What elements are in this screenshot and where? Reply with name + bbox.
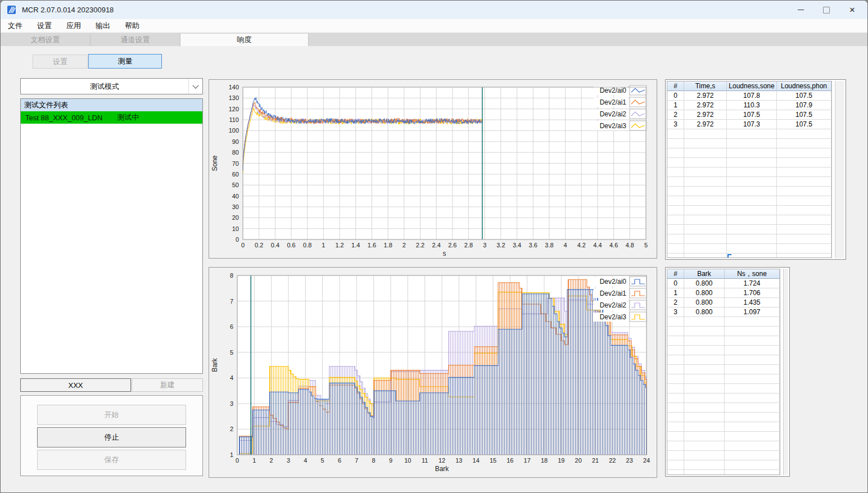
loudness-table-cell-r13c2[interactable]	[727, 215, 777, 225]
bark-table-cell-r12c2[interactable]	[725, 394, 780, 403]
loudness-table-cell-r2c0[interactable]: 2	[667, 110, 684, 120]
loudness-table-row[interactable]: 12.972110.3107.9	[667, 101, 831, 110]
loudness-table-cell-r4c3[interactable]	[777, 129, 831, 139]
loudness-table-cell-r4c1[interactable]	[684, 129, 727, 139]
bark-table-cell-r5c1[interactable]	[684, 327, 725, 336]
bark-table-cell-r8c0[interactable]	[667, 355, 684, 365]
loudness-table-cell-r3c3[interactable]: 107.5	[777, 120, 831, 129]
bark-table-cell-r20c2[interactable]	[725, 470, 780, 475]
loudness-table-cell-r11c0[interactable]	[667, 196, 684, 206]
tab-loudness[interactable]: 响度	[180, 34, 309, 46]
bark-table-cell-r4c0[interactable]	[667, 317, 684, 327]
bark-table-cell-r20c0[interactable]	[667, 470, 684, 475]
loudness-table-row[interactable]	[667, 234, 831, 244]
loudness-table-row[interactable]	[667, 206, 831, 215]
loudness-table-cell-r2c3[interactable]: 107.5	[777, 110, 831, 120]
bark-table-cell-r10c2[interactable]	[725, 374, 780, 384]
loudness-table-cell-r1c2[interactable]: 110.3	[727, 101, 777, 110]
loudness-table-cell-r8c1[interactable]	[684, 168, 727, 177]
bark-table-cell-r0c0[interactable]: 0	[667, 279, 684, 288]
loudness-table-cell-r3c1[interactable]: 2.972	[684, 120, 727, 129]
loudness-table-row[interactable]	[667, 168, 831, 177]
loudness-table-cell-r15c1[interactable]	[684, 234, 727, 244]
bark-table-cell-r13c2[interactable]	[725, 403, 780, 413]
loudness-table-cell-r13c3[interactable]	[777, 215, 831, 225]
file-list-item[interactable]: Test 88_XXX_009_LDN测试中	[21, 111, 202, 124]
loudness-table-row[interactable]	[667, 225, 831, 234]
bark-table-cell-r2c1[interactable]: 0.800	[684, 298, 725, 307]
loudness-table-row[interactable]	[667, 254, 831, 258]
loudness-table-cell-r6c0[interactable]	[667, 148, 684, 158]
loudness-table-cell-r12c2[interactable]	[727, 206, 777, 215]
bark-table-row[interactable]	[667, 317, 780, 327]
loudness-table-cell-r12c3[interactable]	[777, 206, 831, 215]
loudness-table-cell-r15c0[interactable]	[667, 234, 684, 244]
bark-table-row[interactable]	[667, 460, 780, 470]
bark-table-cell-r2c0[interactable]: 2	[667, 298, 684, 307]
stop-button[interactable]: 停止	[37, 427, 186, 447]
bark-table-row[interactable]	[667, 422, 780, 432]
loudness-table-row[interactable]	[667, 148, 831, 158]
bark-table-row[interactable]: 10.8001.706	[667, 288, 780, 298]
loudness-table-cell-r16c0[interactable]	[667, 244, 684, 254]
bark-table-cell-r1c2[interactable]: 1.706	[725, 288, 780, 298]
loudness-table-cell-r13c0[interactable]	[667, 215, 684, 225]
loudness-table-cell-r12c0[interactable]	[667, 206, 684, 215]
loudness-table-cell-r9c0[interactable]	[667, 177, 684, 187]
bark-table-cell-r9c1[interactable]	[684, 365, 725, 374]
loudness-table-cell-r15c2[interactable]	[727, 234, 777, 244]
loudness-table-row[interactable]: 32.972107.3107.5	[667, 120, 831, 129]
bark-table-cell-r7c0[interactable]	[667, 346, 684, 355]
bark-table-row[interactable]	[667, 336, 780, 346]
bark-table-row[interactable]	[667, 355, 780, 365]
bark-table-cell-r6c1[interactable]	[684, 336, 725, 346]
bark-table-row[interactable]	[667, 346, 780, 355]
loudness-table-row[interactable]	[667, 139, 831, 148]
loudness-table-cell-r4c2[interactable]	[727, 129, 777, 139]
bark-table-cell-r15c2[interactable]	[725, 422, 780, 432]
bark-table-cell-r0c2[interactable]: 1.724	[725, 279, 780, 288]
loudness-table-cell-r10c2[interactable]	[727, 187, 777, 196]
loudness-table-row[interactable]	[667, 129, 831, 139]
loudness-table-cell-r5c0[interactable]	[667, 139, 684, 148]
loudness-table-cell-r16c3[interactable]	[777, 244, 831, 254]
maximize-button[interactable]	[813, 1, 839, 19]
bark-table-cell-r17c1[interactable]	[684, 441, 725, 451]
bark-table-cell-r5c0[interactable]	[667, 327, 684, 336]
loudness-table-cell-r5c2[interactable]	[727, 139, 777, 148]
minimize-button[interactable]	[788, 1, 813, 19]
bark-table-cell-r3c2[interactable]: 1.097	[725, 307, 780, 317]
loudness-table-cell-r6c1[interactable]	[684, 148, 727, 158]
loudness-table-cell-r1c3[interactable]: 107.9	[777, 101, 831, 110]
loudness-table-cell-r0c2[interactable]: 107.8	[727, 91, 777, 101]
view-measure-button[interactable]: 测量	[88, 54, 162, 69]
bark-table-cell-r13c1[interactable]	[684, 403, 725, 413]
bark-table-cell-r5c2[interactable]	[725, 327, 780, 336]
bark-table-cell-r1c0[interactable]: 1	[667, 288, 684, 298]
bark-table-row[interactable]	[667, 384, 780, 394]
bark-table-cell-r3c0[interactable]: 3	[667, 307, 684, 317]
tab-channel-settings[interactable]: 通道设置	[91, 34, 180, 46]
loudness-table-cell-r0c3[interactable]: 107.5	[777, 91, 831, 101]
bark-table-cell-r6c0[interactable]	[667, 336, 684, 346]
loudness-table-cell-r14c0[interactable]	[667, 225, 684, 234]
loudness-table-cell-r12c1[interactable]	[684, 206, 727, 215]
loudness-table-cell-r9c1[interactable]	[684, 177, 727, 187]
menu-settings[interactable]: 设置	[30, 19, 59, 32]
bark-table-cell-r14c0[interactable]	[667, 413, 684, 422]
bark-table-cell-r9c2[interactable]	[725, 365, 780, 374]
loudness-table-cell-r11c2[interactable]	[727, 196, 777, 206]
dropdown-button[interactable]	[188, 79, 202, 94]
bark-table-row[interactable]	[667, 470, 780, 475]
menu-output[interactable]: 输出	[88, 19, 117, 32]
loudness-table-cell-r14c2[interactable]	[727, 225, 777, 234]
loudness-table-cell-r8c3[interactable]	[777, 168, 831, 177]
bark-table-cell-r4c1[interactable]	[684, 317, 725, 327]
menu-file[interactable]: 文件	[1, 19, 30, 32]
menu-application[interactable]: 应用	[59, 19, 88, 32]
bark-table-cell-r2c2[interactable]: 1.435	[725, 298, 780, 307]
loudness-table-cell-r0c0[interactable]: 0	[667, 91, 684, 101]
bark-table-row[interactable]	[667, 394, 780, 403]
loudness-table-row[interactable]	[667, 196, 831, 206]
loudness-table-cell-r9c3[interactable]	[777, 177, 831, 187]
